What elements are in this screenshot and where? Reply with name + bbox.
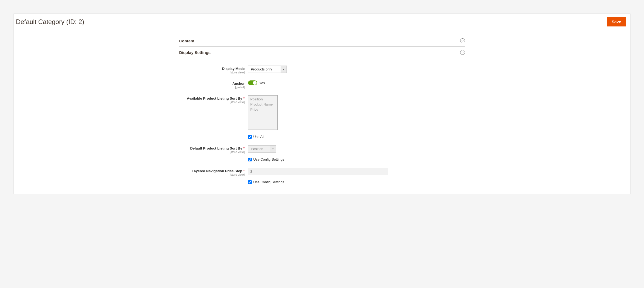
row-price-step: Layered Navigation Price Step* [store vi… <box>179 168 465 184</box>
section-display-title: Display Settings <box>179 50 211 55</box>
toggle-knob <box>253 81 257 85</box>
category-edit-card: Default Category (ID: 2) Save Content Di… <box>13 13 631 194</box>
display-mode-value: Products only <box>248 66 281 73</box>
available-sort-multiselect[interactable]: Position Product Name Price <box>248 95 278 130</box>
price-step-input <box>248 168 388 175</box>
use-all-checkbox-row[interactable]: Use All <box>248 135 264 139</box>
section-content: Content <box>179 35 465 47</box>
section-content-title: Content <box>179 39 195 43</box>
use-config-default-sort-checkbox[interactable] <box>248 158 252 161</box>
chevron-up-icon <box>460 50 465 55</box>
save-button[interactable]: Save <box>607 17 626 26</box>
label-available-sort: Available Product Listing Sort By* [stor… <box>179 95 248 104</box>
default-sort-value: Position <box>248 145 270 152</box>
anchor-toggle-label: Yes <box>259 81 265 85</box>
row-default-sort: Default Product Listing Sort By* [store … <box>179 145 465 166</box>
card-header: Default Category (ID: 2) Save <box>14 14 630 30</box>
display-settings-body: Display Mode [store view] Products only <box>179 58 465 184</box>
caret-down-icon <box>281 66 287 73</box>
sort-option[interactable]: Price <box>250 107 275 111</box>
default-sort-select: Position <box>248 145 276 153</box>
page-title: Default Category (ID: 2) <box>15 18 84 26</box>
use-config-label: Use Config Settings <box>253 157 284 161</box>
use-config-price-step-checkbox[interactable] <box>248 180 252 184</box>
use-all-label: Use All <box>253 135 264 139</box>
use-all-checkbox[interactable] <box>248 135 252 139</box>
anchor-toggle[interactable] <box>248 80 257 85</box>
label-default-sort: Default Product Listing Sort By* [store … <box>179 145 248 154</box>
caret-down-icon <box>270 145 276 152</box>
label-display-mode: Display Mode [store view] <box>179 66 248 74</box>
label-price-step: Layered Navigation Price Step* [store vi… <box>179 168 248 176</box>
sort-option[interactable]: Position <box>250 97 275 101</box>
required-mark: * <box>243 169 244 173</box>
row-available-sort: Available Product Listing Sort By* [stor… <box>179 95 465 144</box>
section-display-toggle[interactable]: Display Settings <box>179 47 465 58</box>
section-content-toggle[interactable]: Content <box>179 35 465 47</box>
row-display-mode: Display Mode [store view] Products only <box>179 66 465 74</box>
chevron-down-icon <box>460 38 465 43</box>
row-anchor: Anchor [global] Yes <box>179 80 465 89</box>
display-mode-select[interactable]: Products only <box>248 66 287 73</box>
sort-option[interactable]: Product Name <box>250 102 275 106</box>
use-config-label: Use Config Settings <box>253 180 284 184</box>
required-mark: * <box>243 146 244 150</box>
use-config-default-sort-row[interactable]: Use Config Settings <box>248 157 284 161</box>
label-anchor: Anchor [global] <box>179 80 248 89</box>
use-config-price-step-row[interactable]: Use Config Settings <box>248 180 284 184</box>
required-mark: * <box>243 96 244 100</box>
section-display-settings: Display Settings Display Mode [store vie… <box>179 47 465 184</box>
